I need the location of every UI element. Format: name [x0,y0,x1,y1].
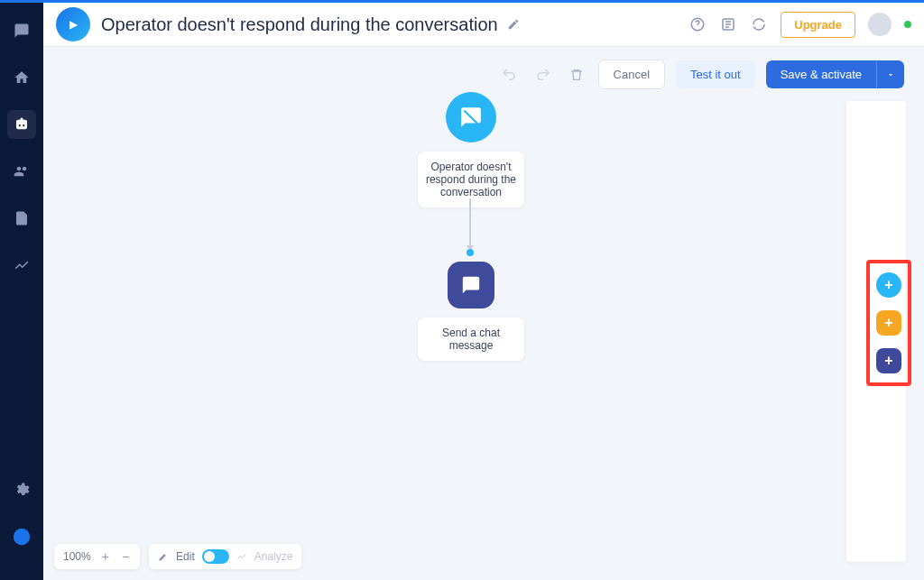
zoom-level: 100% [63,550,91,563]
upgrade-button[interactable]: Upgrade [781,12,855,38]
mode-toggle[interactable] [202,549,229,564]
trigger-node[interactable]: Operator doesn't respond during the conv… [418,92,524,207]
main-sidebar [0,0,43,580]
add-action-button[interactable]: + [876,348,901,373]
analyze-chart-icon [236,551,247,562]
zoom-in-button[interactable]: + [100,549,111,564]
add-condition-button[interactable]: + [876,310,901,336]
edit-title-icon[interactable] [507,18,520,31]
news-icon[interactable] [719,15,737,33]
sidebar-chat-icon[interactable] [7,16,36,45]
zoom-controls: 100% + − [54,544,140,569]
brand-logo[interactable] [56,7,90,41]
flow-canvas[interactable]: Operator doesn't respond during the conv… [43,47,863,537]
action-node-icon [448,262,494,308]
add-trigger-button[interactable]: + [876,272,901,298]
action-node-label: Send a chat message [418,318,524,361]
sidebar-widget-icon[interactable] [7,522,36,551]
connector-dot[interactable] [467,249,474,256]
svg-point-0 [14,529,30,545]
mode-edit-label[interactable]: Edit [176,550,195,563]
top-accent-bar [0,0,924,3]
workspace: Cancel Test it out Save & activate Opera… [43,47,924,580]
zoom-out-button[interactable]: − [120,549,131,564]
page-title: Operator doesn't respond during the conv… [101,14,498,35]
sidebar-campaigns-icon[interactable] [7,204,36,233]
bottom-toolbar: 100% + − Edit Analyze [54,544,301,569]
annotation-highlight: + + + [866,260,911,386]
connector-line [469,198,471,245]
trigger-node-icon [446,92,496,143]
sidebar-settings-icon[interactable] [7,475,36,504]
save-dropdown-button[interactable] [876,60,904,88]
edit-pencil-icon [158,551,169,562]
mode-analyze-label[interactable]: Analyze [254,550,293,563]
mode-switch: Edit Analyze [149,544,301,569]
refresh-icon[interactable] [750,15,768,33]
help-icon[interactable] [688,15,707,33]
sidebar-analytics-icon[interactable] [7,251,36,280]
sidebar-bot-icon[interactable] [7,110,36,139]
trigger-node-label: Operator doesn't respond during the conv… [418,152,524,207]
sidebar-home-icon[interactable] [7,63,36,92]
action-node[interactable]: Send a chat message [418,262,524,361]
header: Operator doesn't respond during the conv… [43,0,924,47]
sidebar-contacts-icon[interactable] [7,157,36,186]
avatar[interactable] [868,13,892,36]
status-online-indicator [904,21,911,28]
